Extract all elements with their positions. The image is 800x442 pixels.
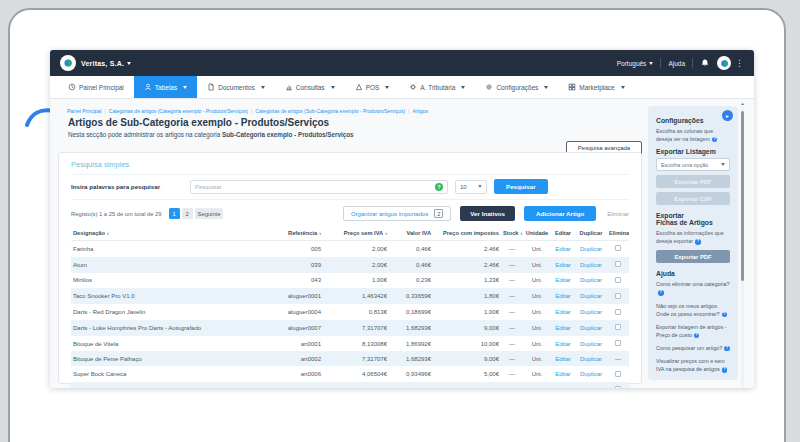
nav-item-label: POS [366, 84, 380, 91]
scroll-up-icon[interactable]: ▲ [740, 101, 745, 106]
search-help-icon[interactable]: ? [435, 183, 443, 191]
cell-designacao: Mirtilos [71, 273, 261, 289]
nav-item-tabelas[interactable]: Tabelas [134, 76, 197, 98]
cell-preco-sem-iva: 8,13008€ [323, 336, 389, 352]
main-nav: Painel PrincipalTabelasDocumentosConsult… [50, 76, 754, 99]
info-icon[interactable]: ? [712, 137, 718, 143]
nav-item-painel-principal[interactable]: Painel Principal [58, 76, 134, 98]
delete-checkbox[interactable] [615, 245, 621, 251]
edit-link[interactable]: Editar [555, 325, 571, 331]
delete-checkbox[interactable] [615, 277, 621, 283]
search-input[interactable] [195, 184, 435, 190]
breadcrumb-item-categorias-de-artigos-categori[interactable]: Categorias de artigos (Categoria exemplo… [109, 108, 248, 114]
view-inactive-button[interactable]: Ver Inativos [460, 206, 515, 221]
cell-preco-com-impostos: 1,80€ [433, 288, 501, 304]
info-icon[interactable]: ? [695, 239, 701, 245]
nav-item-a-tributaria[interactable]: A. Tributária [399, 76, 475, 98]
duplicate-link[interactable]: Duplicar [580, 246, 602, 252]
delete-checkbox[interactable] [615, 324, 621, 330]
duplicate-link[interactable]: Duplicar [580, 293, 602, 299]
page-button-seguinte[interactable]: Seguinte [195, 208, 224, 219]
table-row: Bitoque de Vitelaart00018,13008€1,86992€… [71, 336, 629, 352]
help-link-como-eliminar-uma-categoria[interactable]: Como eliminar uma categoria?? [656, 280, 730, 296]
duplicate-link[interactable]: Duplicar [580, 309, 602, 315]
simple-search-heading: Pesquisa simples [71, 160, 629, 169]
sidebar-collapse-button[interactable]: ▸ [722, 110, 733, 121]
edit-link[interactable]: Editar [555, 309, 571, 315]
cell-preco-com-impostos: 5,00€ [433, 366, 501, 382]
export-csv-button[interactable]: Exportar CSV [656, 192, 730, 205]
help-link-visualizar-precos-com-e-sem-iv[interactable]: Visualizar preços com e sem IVA na pesqu… [656, 357, 730, 373]
breadcrumb-item-painel-principal[interactable]: Painel Principal [67, 108, 101, 114]
column-header-stock[interactable]: Stock› [501, 226, 523, 241]
nav-item-label: Marketplace [579, 84, 614, 91]
export-files-pdf-button[interactable]: Exportar PDF [656, 250, 730, 263]
nav-item-documentos[interactable]: Documentos [197, 76, 275, 98]
edit-link[interactable]: Editar [555, 293, 571, 299]
vertical-scrollbar[interactable]: ▲ ▼ [740, 101, 745, 388]
nav-item-consultas[interactable]: Consultas [275, 76, 345, 98]
company-logo[interactable] [60, 55, 76, 71]
chevron-down-icon [461, 86, 465, 89]
nav-item-label: A. Tributária [420, 84, 455, 91]
page-button-2[interactable]: 2 [182, 208, 193, 219]
nav-item-pos[interactable]: POS [345, 76, 400, 98]
breadcrumb-item-categorias-de-artigos-sub-cate[interactable]: Categorias de artigos (Sub-Categoria exe… [255, 108, 405, 114]
kebab-menu-icon[interactable]: ⋮ [735, 59, 744, 68]
cell-preco-com-impostos: 2,46€ [433, 241, 501, 257]
scrollbar-track[interactable] [741, 107, 744, 388]
duplicate-link[interactable]: Duplicar [580, 387, 602, 388]
duplicate-link[interactable]: Duplicar [580, 371, 602, 377]
help-link[interactable]: Ajuda [668, 60, 685, 67]
column-header-designacao[interactable]: Designação› [71, 226, 261, 241]
edit-link[interactable]: Editar [555, 246, 571, 252]
delete-checkbox[interactable] [615, 371, 621, 377]
notifications-bell-icon[interactable] [700, 58, 710, 68]
duplicate-link[interactable]: Duplicar [580, 356, 602, 362]
edit-link[interactable]: Editar [555, 387, 571, 388]
column-header-referencia[interactable]: Referência› [261, 226, 323, 241]
help-link-nao-vejo-os-meus-artigos-onde-[interactable]: Não vejo os meus artigos. Onde os posso … [656, 302, 730, 318]
delete-checkbox[interactable] [615, 386, 621, 388]
pos-icon [355, 83, 363, 91]
user-avatar[interactable] [717, 56, 731, 70]
edit-link[interactable]: Editar [555, 262, 571, 268]
duplicate-link[interactable]: Duplicar [580, 262, 602, 268]
edit-link[interactable]: Editar [555, 371, 571, 377]
cell-designacao: Jack Daniels [71, 382, 261, 388]
delete-checkbox[interactable] [615, 340, 621, 346]
language-selector[interactable]: Português [617, 60, 654, 67]
column-header-preco-sem-iva[interactable]: Preço sem IVA› [323, 226, 389, 241]
duplicate-link[interactable]: Duplicar [580, 277, 602, 283]
search-button[interactable]: Pesquisar [494, 179, 548, 194]
nav-item-configuracoes[interactable]: Configurações [475, 76, 558, 98]
column-header-editar: Editar [551, 226, 575, 241]
edit-link[interactable]: Editar [555, 277, 571, 283]
cell-referencia: 043 [261, 273, 323, 289]
duplicate-link[interactable]: Duplicar [580, 325, 602, 331]
delete-checkbox[interactable] [615, 293, 621, 299]
organize-imported-button[interactable]: Organizar artigos importados 2 [343, 206, 451, 221]
page-size-select[interactable]: 10 [455, 180, 487, 194]
info-icon: ? [658, 290, 664, 296]
cell-preco-com-impostos: 2,46€ [433, 257, 501, 273]
export-option-select[interactable]: Escolha uma opção [656, 158, 730, 171]
company-name[interactable]: Veritas, S.A. [81, 60, 124, 67]
help-link-exportar-listagem-de-artigos-p[interactable]: Exportar listagem de artigos - Preço de … [656, 323, 730, 339]
scrollbar-thumb[interactable] [741, 111, 744, 281]
help-link-como-pesquisar-um-artigo[interactable]: Como pesquisar um artigo?? [656, 344, 730, 352]
delete-checkbox[interactable] [615, 309, 621, 315]
nav-item-marketplace[interactable]: Marketplace [558, 76, 634, 98]
edit-link[interactable]: Editar [555, 341, 571, 347]
duplicate-link[interactable]: Duplicar [580, 341, 602, 347]
breadcrumb: Painel Principal|Categorias de artigos (… [67, 108, 428, 114]
edit-link[interactable]: Editar [555, 356, 571, 362]
add-article-button[interactable]: Adicionar Artigo [524, 206, 596, 221]
cell-stock: — [501, 351, 523, 366]
breadcrumb-item-artigos[interactable]: Artigos [412, 108, 428, 114]
page-button-1[interactable]: 1 [169, 208, 180, 219]
delete-checkbox[interactable] [615, 261, 621, 267]
info-icon: ? [694, 333, 700, 339]
export-pdf-button[interactable]: Exportar PDF [656, 175, 730, 188]
info-icon: ? [722, 312, 728, 318]
